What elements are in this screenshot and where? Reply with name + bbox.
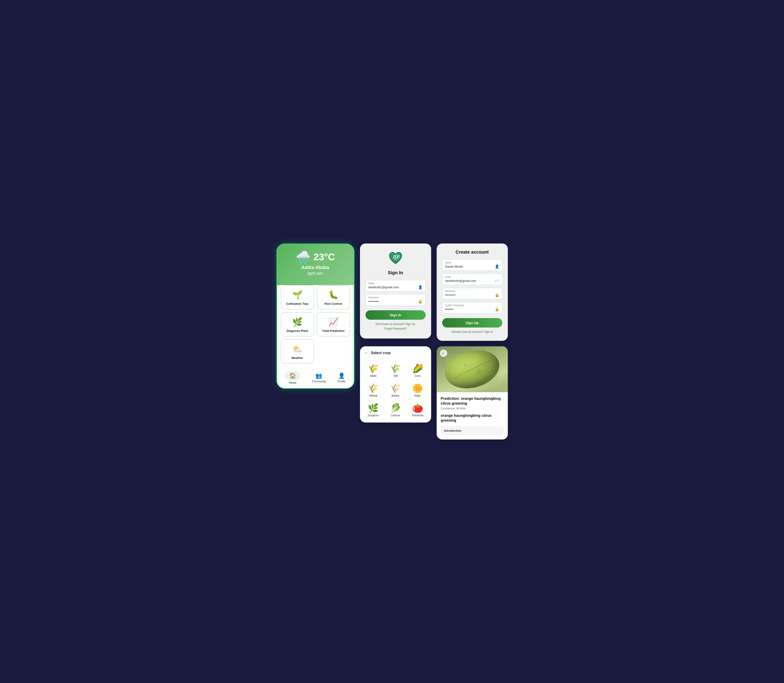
crop-screen-title: Select crop [371,351,391,355]
person-icon-create: 👤 [495,265,499,269]
password-label: Password [368,296,423,299]
prediction-title: Prediction: orange haunglongbing citrus … [441,396,504,406]
diagnose-plant-icon: 🌿 [284,317,311,327]
lock-icon-create: 🔒 [495,293,499,297]
crop-item-lettuce[interactable]: 🥬 Lettuce [384,401,406,420]
already-have-account-link[interactable]: Already have an account? Sign In [451,330,493,333]
millet-label: Millet [370,374,376,378]
profile-nav-label: Profile [338,380,345,383]
forgot-password-link[interactable]: Forgot Password? [384,327,406,330]
signin-logo [365,250,426,266]
confidence-text: Confidence: 99.99% [441,407,504,410]
temperature: 23°C [313,252,335,263]
barley-icon: 🌾 [390,384,401,393]
yield-prediction-icon: 📈 [320,317,347,327]
signin-button[interactable]: Sign In [365,310,426,320]
create-password-value: •••••••••• [445,293,456,297]
home-screen: 🌧️ 23°C Addis Ababa light rain 🌱 Cultiva… [276,244,355,389]
email-icon: ✉️ [495,279,499,283]
tomatoes-icon: 🍅 [412,404,423,412]
home-content: 🌱 Cultivation Tips 🐛 Pest Control 🌿 Diag… [277,281,354,368]
teff-label: Teff [393,374,398,378]
crop-grid: 🌾 Millet 🌾 Teff 🌽 Corn 🌾 Wheat 🌾 Barley … [360,359,431,423]
name-value: Daniel Mesfin [445,265,463,268]
wheat-icon: 🌾 [368,384,379,393]
nav-community[interactable]: 👥 Community [312,372,326,383]
menu-item-diagnose-plant[interactable]: 🌿 Diagnose Plant [281,312,314,337]
disease-back-button[interactable]: ← [440,350,447,357]
diagnose-plant-label: Diagnose Plant [286,329,308,333]
intro-section: Introduction [441,426,504,435]
nav-home[interactable]: 🏠 Home [285,371,300,385]
nav-profile[interactable]: 👤 Profile [338,372,345,383]
pest-control-icon: 🐛 [320,290,347,300]
svg-line-10 [472,369,481,375]
lock-icon: 🔒 [418,299,423,304]
community-nav-label: Community [312,380,326,383]
pest-control-label: Pest Control [325,302,342,305]
menu-item-pest-control[interactable]: 🐛 Pest Control [317,285,350,309]
create-account-footer: Already have an account? Sign In [442,330,502,333]
person-icon: 👤 [418,285,423,289]
crop-item-millet[interactable]: 🌾 Millet [362,361,384,381]
confirm-password-field[interactable]: Confirm Password •••••••• 🔒 [442,302,502,314]
crop-back-button[interactable]: ← [364,350,368,355]
leaf-svg [442,349,502,390]
lock-icon-confirm: 🔒 [495,307,499,311]
svg-line-9 [462,369,472,372]
signup-link[interactable]: Sign Up [405,322,415,325]
crop-item-sorghum[interactable]: 🌿 Sorghum [362,401,384,420]
weather-menu-icon: ⛅ [284,344,311,354]
crop-header: ← Select crop [360,346,431,359]
create-email-field[interactable]: Email danielmsfn@gmail.com ✉️ [442,274,502,285]
weather-header: 🌧️ 23°C Addis Ababa light rain [277,244,354,285]
svg-point-12 [477,369,481,374]
email-field[interactable]: Email danitest01@gmail.com 👤 [365,280,426,292]
signin-screen: Sign In Email danitest01@gmail.com 👤 Pas… [360,244,431,338]
millet-icon: 🌾 [368,364,379,373]
city-name: Addis Ababa [282,265,349,270]
lettuce-label: Lettuce [391,414,400,417]
weather-icon: 🌧️ [296,251,311,263]
svg-point-13 [459,372,462,375]
tomatoes-label: Tomatoes [411,414,424,417]
corn-label: Corn [414,374,421,378]
create-account-title: Create account [442,250,502,255]
leaf-image-container: ← [437,346,508,392]
select-crop-screen: ← Select crop 🌾 Millet 🌾 Teff 🌽 Corn 🌾 W… [360,346,431,423]
sorghum-label: Sorghum [368,414,379,417]
bottom-nav: 🏠 Home 👥 Community 👤 Profile [277,368,354,388]
community-nav-icon: 👥 [315,372,322,379]
barley-label: Barley [391,394,399,397]
signin-title: Sign In [365,270,426,276]
home-nav-label: Home [289,381,296,385]
create-password-field[interactable]: Password •••••••••• 🔒 [442,288,502,299]
crop-item-barley[interactable]: 🌾 Barley [384,381,406,401]
name-field[interactable]: Name Daniel Mesfin 👤 [442,259,502,271]
disease-name: orange haunglongbing citrus greening [441,413,504,423]
password-value: •••••••••• [368,300,379,303]
menu-item-cultivation-tips[interactable]: 🌱 Cultivation Tips [281,285,314,309]
confirm-password-label: Confirm Password [445,304,499,306]
sorghum-icon: 🌿 [368,404,379,412]
crop-item-corn[interactable]: 🌽 Corn [406,361,429,381]
menu-item-weather[interactable]: ⛅ Weather [281,339,314,364]
menu-item-yield-prediction[interactable]: 📈 Yield Prediction [317,312,350,337]
crop-item-niger[interactable]: 🌼 Niger [406,381,429,401]
wheat-label: Wheat [369,394,377,397]
name-label: Name [445,261,499,264]
niger-icon: 🌼 [412,384,423,393]
signup-button[interactable]: Sign Up [442,318,502,327]
home-nav-icon: 🏠 [289,372,296,379]
leaf-image [437,346,508,392]
disease-prediction-screen: ← Prediction: orange haunglongbing citru… [437,346,508,439]
password-field[interactable]: Password •••••••••• 🔒 [365,294,426,306]
cultivation-tips-icon: 🌱 [284,290,311,300]
crop-item-teff[interactable]: 🌾 Teff [384,361,406,381]
crop-item-tomatoes[interactable]: 🍅 Tomatoes [406,401,429,420]
signin-footer: Don't have an account? Sign Up Forgot Pa… [365,322,426,330]
create-password-label: Password [445,290,499,292]
confirm-password-value: •••••••• [445,308,453,311]
email-value: danitest01@gmail.com [368,285,399,289]
crop-item-wheat[interactable]: 🌾 Wheat [362,381,384,401]
